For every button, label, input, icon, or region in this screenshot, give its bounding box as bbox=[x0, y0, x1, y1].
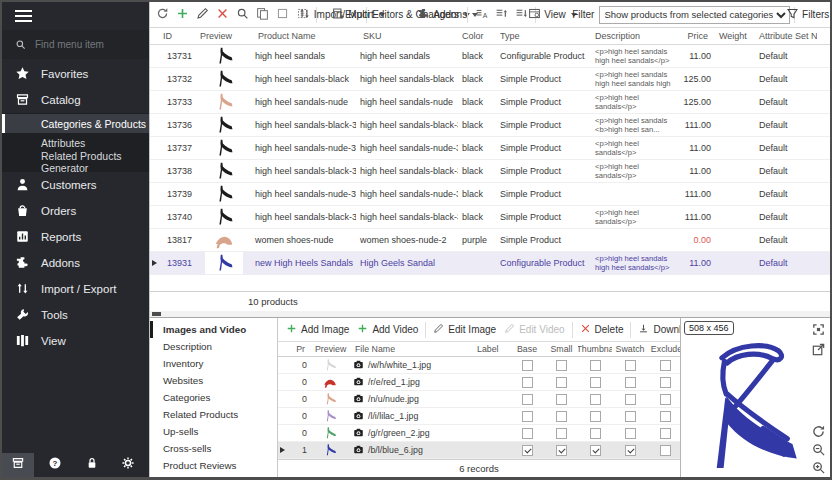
image-row[interactable]: 1/b/l/blue_6.jpg bbox=[278, 442, 680, 459]
swatch-checkbox[interactable] bbox=[625, 428, 636, 439]
product-row[interactable]: 13931new High Heels SandalsHigh Geels Sa… bbox=[150, 252, 830, 275]
view-menu[interactable]: View bbox=[540, 5, 565, 25]
image-column-small[interactable]: Small bbox=[545, 344, 578, 354]
image-column-label[interactable]: Label bbox=[471, 344, 509, 354]
sidebar-item-tools[interactable]: Tools bbox=[2, 302, 149, 328]
text-settings-button[interactable]: A bbox=[472, 5, 491, 25]
fit-screen-icon[interactable] bbox=[811, 322, 826, 337]
base-checkbox[interactable] bbox=[522, 411, 533, 422]
column-header-price[interactable]: Price bbox=[681, 31, 715, 41]
image-row[interactable]: 0/g/r/green_2.jpg bbox=[278, 425, 680, 442]
select-button[interactable] bbox=[273, 5, 292, 25]
tab-categories[interactable]: Categories bbox=[150, 389, 277, 406]
thumbnail-checkbox[interactable] bbox=[590, 428, 601, 439]
tab-up-sells[interactable]: Up-sells bbox=[150, 423, 277, 440]
add-product-button[interactable] bbox=[173, 5, 192, 25]
scrollbar-thumb[interactable] bbox=[152, 312, 161, 316]
row-expand-button[interactable] bbox=[492, 5, 511, 25]
filter-select[interactable]: Show products from selected categories bbox=[599, 6, 790, 24]
base-checkbox[interactable] bbox=[522, 394, 533, 405]
sidebar-subitem-related-products-generator[interactable]: Related Products Generator bbox=[2, 152, 149, 171]
tab-product-reviews[interactable]: Product Reviews bbox=[150, 457, 277, 474]
image-column-exclude[interactable]: Exclude bbox=[648, 344, 683, 354]
sidebar-item-addons[interactable]: Addons bbox=[2, 250, 149, 276]
column-header-color[interactable]: Color bbox=[458, 31, 496, 41]
footer-settings-button[interactable] bbox=[112, 453, 144, 477]
sidebar-item-favorites[interactable]: Favorites bbox=[2, 61, 149, 87]
exclude-checkbox[interactable] bbox=[660, 377, 671, 388]
delete-image-button[interactable]: Delete bbox=[576, 320, 628, 340]
image-column-preview[interactable]: Preview bbox=[311, 344, 349, 354]
product-row[interactable]: 13731high heel sandalshigh heel sandalsb… bbox=[150, 45, 830, 68]
exclude-checkbox[interactable] bbox=[660, 394, 671, 405]
base-checkbox[interactable] bbox=[522, 445, 533, 456]
product-row[interactable]: 13733high heel sandals-nudehigh heel san… bbox=[150, 91, 830, 114]
edit-image-button[interactable]: Edit Image bbox=[429, 320, 500, 340]
sidebar-item-view[interactable]: View bbox=[2, 328, 149, 354]
footer-lock-button[interactable] bbox=[76, 453, 108, 477]
add-video-button[interactable]: Add Video bbox=[353, 320, 422, 340]
rotate-icon[interactable] bbox=[811, 424, 826, 439]
small-checkbox[interactable] bbox=[556, 445, 567, 456]
swatch-checkbox[interactable] bbox=[625, 394, 636, 405]
small-checkbox[interactable] bbox=[556, 394, 567, 405]
tab-inventory[interactable]: Inventory bbox=[150, 355, 277, 372]
product-row[interactable]: 13732high heel sandals-blackhigh heel sa… bbox=[150, 68, 830, 91]
filters-menu[interactable]: Filters bbox=[799, 5, 827, 25]
column-header-product-name[interactable]: Product Name bbox=[251, 31, 356, 41]
sidebar-item-import-export[interactable]: Import / Export bbox=[2, 276, 149, 302]
tab-cross-sells[interactable]: Cross-sells bbox=[150, 440, 277, 457]
image-column-pr[interactable]: Pr bbox=[287, 344, 311, 354]
product-row[interactable]: 13737high heel sandals-nude-36high heel … bbox=[150, 137, 830, 160]
thumbnail-checkbox[interactable] bbox=[590, 377, 601, 388]
zoom-in-icon[interactable] bbox=[811, 460, 826, 475]
copy-button[interactable] bbox=[253, 5, 272, 25]
thumbnail-checkbox[interactable] bbox=[590, 360, 601, 371]
add-image-button[interactable]: Add Image bbox=[282, 320, 353, 340]
swatch-checkbox[interactable] bbox=[625, 411, 636, 422]
swatch-checkbox[interactable] bbox=[625, 445, 636, 456]
tab-related-products[interactable]: Related Products bbox=[150, 406, 277, 423]
footer-help-button[interactable]: ? bbox=[39, 453, 71, 477]
refresh-button[interactable] bbox=[153, 5, 172, 25]
thumbnail-checkbox[interactable] bbox=[590, 394, 601, 405]
column-header-sku[interactable]: SKU bbox=[356, 31, 458, 41]
small-checkbox[interactable] bbox=[556, 411, 567, 422]
addons-menu[interactable]: Addons bbox=[433, 5, 463, 25]
product-row[interactable]: 13736high heel sandals-black-36high heel… bbox=[150, 114, 830, 137]
exclude-checkbox[interactable] bbox=[660, 428, 671, 439]
tab-description[interactable]: Description bbox=[150, 338, 277, 355]
column-header-attribute-set-name[interactable]: Attribute Set Name bbox=[755, 31, 817, 41]
image-row[interactable]: 0/n/u/nude.jpg bbox=[278, 391, 680, 408]
product-row[interactable]: 13738high heel sandals-black-37high heel… bbox=[150, 160, 830, 183]
column-header-preview[interactable]: Preview bbox=[196, 31, 251, 41]
small-checkbox[interactable] bbox=[556, 377, 567, 388]
image-column-base[interactable]: Base bbox=[509, 344, 545, 354]
horizontal-scrollbar[interactable] bbox=[150, 311, 830, 317]
zoom-out-icon[interactable] bbox=[811, 442, 826, 457]
column-header-weight[interactable]: Weight bbox=[715, 31, 755, 41]
base-checkbox[interactable] bbox=[522, 360, 533, 371]
column-header-description[interactable]: Description bbox=[591, 31, 681, 41]
swatch-checkbox[interactable] bbox=[625, 360, 636, 371]
image-column-file-name[interactable]: File Name bbox=[349, 344, 471, 354]
image-row[interactable]: 0/r/e/red_1.jpg bbox=[278, 374, 680, 391]
menu-toggle-button[interactable] bbox=[2, 2, 149, 30]
small-checkbox[interactable] bbox=[556, 360, 567, 371]
edit-product-button[interactable] bbox=[193, 5, 212, 25]
sidebar-subitem-categories-products[interactable]: Categories & Products bbox=[2, 114, 149, 133]
sidebar-item-customers[interactable]: Customers bbox=[2, 172, 149, 198]
tab-images-and-video[interactable]: Images and Video bbox=[150, 321, 277, 338]
exclude-checkbox[interactable] bbox=[660, 445, 671, 456]
product-row[interactable]: 13740high heel sandals-black-38high heel… bbox=[150, 206, 830, 229]
column-header-type[interactable]: Type bbox=[496, 31, 591, 41]
image-column-swatch[interactable]: Swatch bbox=[612, 344, 648, 354]
exclude-checkbox[interactable] bbox=[660, 360, 671, 371]
small-checkbox[interactable] bbox=[556, 428, 567, 439]
footer-catalog-button[interactable] bbox=[2, 453, 34, 477]
search-button[interactable] bbox=[233, 5, 252, 25]
open-external-icon[interactable] bbox=[811, 342, 826, 357]
sidebar-item-catalog[interactable]: Catalog bbox=[2, 87, 149, 113]
tab-websites[interactable]: Websites bbox=[150, 372, 277, 389]
base-checkbox[interactable] bbox=[522, 377, 533, 388]
